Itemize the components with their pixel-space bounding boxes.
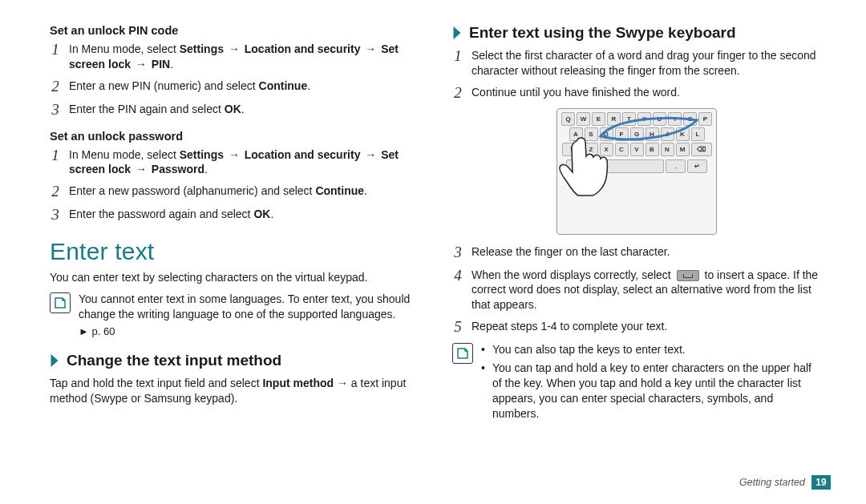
change-input-heading: Change the text input method bbox=[67, 352, 281, 369]
swype-step-3: Release the finger on the last character… bbox=[471, 244, 821, 261]
note-icon bbox=[50, 292, 71, 313]
pin-step-3: Enter the PIN again and select OK. bbox=[69, 102, 419, 119]
pin-step-1: In Menu mode, select Settings → Location… bbox=[69, 42, 419, 72]
swype-step-1: Select the first character of a word and… bbox=[471, 48, 821, 79]
pin-step-2: Enter a new PIN (numeric) and select Con… bbox=[69, 79, 419, 95]
swype-step-2: Continue until you have finished the wor… bbox=[471, 85, 821, 102]
change-input-body: Tap and hold the text input field and se… bbox=[50, 376, 419, 406]
enter-text-heading: Enter text bbox=[50, 238, 419, 265]
swype-step-5: Repeat steps 1-4 to complete your text. bbox=[471, 319, 821, 336]
footer-section: Getting started bbox=[739, 477, 805, 488]
chevron-right-icon bbox=[452, 26, 463, 40]
hand-pointer-icon bbox=[552, 133, 617, 205]
swype-step-4: When the word displays correctly, select… bbox=[471, 268, 821, 313]
step-number: 1 bbox=[50, 147, 61, 178]
note-body: You cannot enter text in some languages.… bbox=[79, 292, 419, 339]
pw-step-2: Enter a new password (alphanumeric) and … bbox=[69, 183, 419, 200]
chevron-right-icon bbox=[50, 353, 60, 368]
pw-step-1: In Menu mode, select Settings → Location… bbox=[69, 147, 419, 178]
note-bullet: You can also tap the keys to enter text. bbox=[481, 342, 821, 357]
step-number: 3 bbox=[452, 244, 463, 261]
pw-step-3: Enter the password again and select OK. bbox=[69, 207, 419, 224]
step-number: 2 bbox=[452, 85, 463, 102]
step-number: 2 bbox=[50, 79, 61, 95]
step-number: 2 bbox=[50, 183, 61, 200]
step-number: 1 bbox=[452, 48, 463, 79]
note-icon bbox=[452, 343, 473, 364]
pin-heading: Set an unlock PIN code bbox=[50, 24, 419, 37]
page-reference: ► p. 60 bbox=[79, 325, 115, 339]
step-number: 5 bbox=[452, 319, 463, 336]
note-bullet: You can tap and hold a key to enter char… bbox=[481, 361, 821, 421]
page-footer: Getting started 19 bbox=[739, 475, 831, 490]
footer-page-number: 19 bbox=[811, 475, 831, 490]
swype-heading: Enter text using the Swype keyboard bbox=[469, 24, 736, 42]
step-number: 3 bbox=[50, 102, 61, 119]
step-number: 3 bbox=[50, 207, 61, 224]
step-number: 4 bbox=[452, 268, 463, 313]
spacebar-icon bbox=[677, 270, 699, 281]
enter-text-intro: You can enter text by selecting characte… bbox=[50, 270, 419, 285]
step-number: 1 bbox=[50, 42, 61, 72]
swype-keyboard-illustration: QWERTYUIOP ASDFGHJKL ⇧ ZXCVBNM ⌫ 123 . ↵ bbox=[556, 108, 717, 235]
password-heading: Set an unlock password bbox=[50, 130, 419, 143]
